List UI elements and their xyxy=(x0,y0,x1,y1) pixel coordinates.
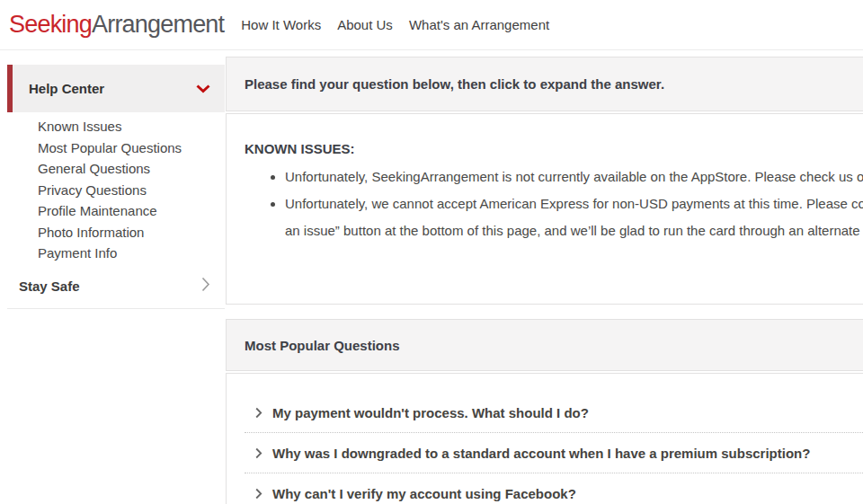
chevron-right-icon xyxy=(255,488,266,500)
question-label: Why was I downgraded to a standard accou… xyxy=(272,446,810,461)
known-issue-text: Unfortunately, we cannot accept American… xyxy=(285,190,863,217)
known-issues-heading: KNOWN ISSUES: xyxy=(245,140,863,158)
question-label: Why can't I verify my account using Face… xyxy=(272,486,576,501)
sidebar-section-help-center[interactable]: Help Center xyxy=(7,65,225,112)
known-issue-text: Unfortunately, SeekingArrangement is not… xyxy=(285,164,863,190)
main-nav: How It Works About Us What's an Arrangem… xyxy=(241,17,565,32)
sidebar-item-profile-maintenance[interactable]: Profile Maintenance xyxy=(38,200,225,222)
sidebar-item-general-questions[interactable]: General Questions xyxy=(38,158,225,180)
nav-about-us[interactable]: About Us xyxy=(337,17,393,32)
sidebar-section-stay-safe[interactable]: Stay Safe xyxy=(7,277,225,309)
question-label: My payment wouldn't process. What should… xyxy=(272,405,589,420)
chevron-right-icon xyxy=(255,447,266,459)
question-row-facebook-verify[interactable]: Why can't I verify my account using Face… xyxy=(245,473,863,504)
main-content: Please find your question below, then cl… xyxy=(226,57,863,504)
known-issues-panel: KNOWN ISSUES: Unfortunately, SeekingArra… xyxy=(226,113,863,305)
nav-whats-an-arrangement[interactable]: What's an Arrangement xyxy=(409,17,549,32)
sidebar-item-photo-information[interactable]: Photo Information xyxy=(38,222,225,243)
nav-how-it-works[interactable]: How It Works xyxy=(241,17,321,32)
sidebar-item-known-issues[interactable]: Known Issues xyxy=(38,116,225,137)
sidebar-item-privacy-questions[interactable]: Privacy Questions xyxy=(38,180,225,201)
chevron-down-icon xyxy=(196,84,210,93)
stay-safe-label: Stay Safe xyxy=(19,279,80,294)
question-row-downgraded-account[interactable]: Why was I downgraded to a standard accou… xyxy=(245,433,863,473)
logo-part-arrangement: Arrangement xyxy=(92,11,224,38)
help-center-label: Help Center xyxy=(29,81,104,96)
known-issue-item: Unfortunately, we cannot accept American… xyxy=(285,190,863,244)
help-sidebar: Help Center Known Issues Most Popular Qu… xyxy=(7,65,225,309)
chevron-right-icon xyxy=(255,407,266,419)
site-logo[interactable]: SeekingArrangement xyxy=(9,11,224,39)
known-issues-list: Unfortunately, SeekingArrangement is not… xyxy=(245,164,863,244)
question-row-payment-process[interactable]: My payment wouldn't process. What should… xyxy=(245,393,863,433)
logo-part-seeking: Seeking xyxy=(9,11,92,38)
questions-panel: My payment wouldn't process. What should… xyxy=(226,373,863,504)
top-header: SeekingArrangement How It Works About Us… xyxy=(0,0,863,50)
sidebar-topic-list: Known Issues Most Popular Questions Gene… xyxy=(7,112,225,264)
known-issue-text-continued: an issue” button at the bottom of this p… xyxy=(285,217,863,244)
sidebar-item-most-popular-questions[interactable]: Most Popular Questions xyxy=(38,137,225,159)
most-popular-questions-header: Most Popular Questions xyxy=(226,319,863,371)
known-issue-item: Unfortunately, SeekingArrangement is not… xyxy=(285,164,863,190)
chevron-right-icon xyxy=(201,277,210,296)
sidebar-item-payment-info[interactable]: Payment Info xyxy=(38,243,225,264)
instruction-banner: Please find your question below, then cl… xyxy=(226,57,863,111)
